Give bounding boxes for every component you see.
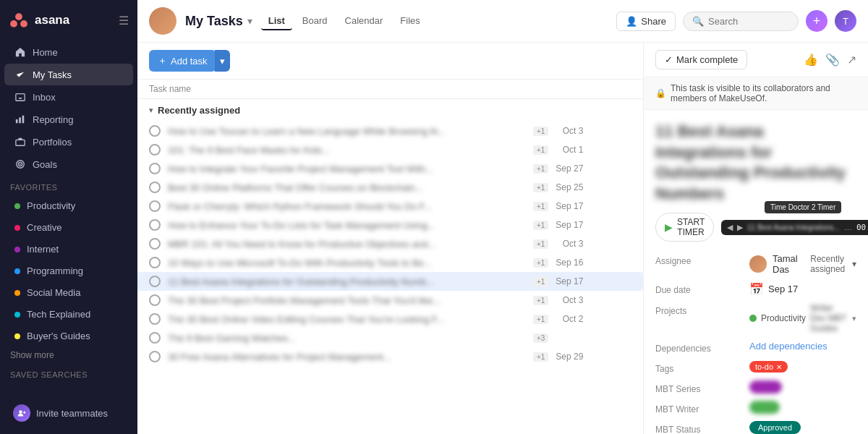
table-row[interactable]: MBR 101: All You Need to Know for Produc… bbox=[137, 234, 643, 253]
tab-files[interactable]: Files bbox=[393, 12, 427, 30]
tag-remove-button[interactable]: ✕ bbox=[776, 363, 782, 371]
visibility-text: This task is visible to its collaborator… bbox=[671, 83, 856, 103]
task-date-0: Oct 3 bbox=[554, 126, 583, 136]
sidebar-item-label-my-tasks: My Tasks bbox=[33, 69, 72, 80]
title-chevron-icon[interactable]: ▾ bbox=[247, 15, 252, 27]
table-row-selected[interactable]: 11 Best Asana Integrations for Outstandi… bbox=[137, 272, 643, 291]
task-tag-11: +3 bbox=[533, 333, 548, 343]
table-row[interactable]: The 9 Best Gaming Watches... +3 bbox=[137, 328, 643, 347]
sidebar-item-reporting[interactable]: Reporting bbox=[4, 109, 133, 130]
attachment-icon[interactable]: 📎 bbox=[825, 53, 840, 67]
programming-dot bbox=[14, 268, 20, 274]
add-dependencies-link[interactable]: Add dependencies bbox=[749, 341, 827, 352]
mark-complete-button[interactable]: ✓ Mark complete bbox=[655, 50, 747, 69]
tab-calendar[interactable]: Calendar bbox=[338, 12, 391, 30]
thumbs-up-icon[interactable]: 👍 bbox=[804, 53, 818, 67]
recently-assigned-section[interactable]: ▾ Recently assigned bbox=[137, 99, 643, 122]
invite-label: Invite teammates bbox=[36, 408, 108, 419]
task-date-4: Sep 17 bbox=[554, 201, 583, 211]
table-row[interactable]: Flask or Cherryly: Which Python Framewor… bbox=[137, 197, 643, 216]
mbt-writer-label: MBT Writer bbox=[655, 401, 742, 414]
add-task-dropdown-button[interactable]: ▾ bbox=[215, 50, 230, 72]
share-detail-icon[interactable]: ↗ bbox=[847, 53, 856, 67]
sidebar-item-social-media[interactable]: Social Media bbox=[4, 282, 133, 303]
share-button[interactable]: 👤 Share bbox=[616, 12, 676, 31]
table-row[interactable]: 101: The 9 Best Face Masks for Kids... +… bbox=[137, 140, 643, 159]
table-row[interactable]: The 30 Best Project Portfolio Management… bbox=[137, 291, 643, 310]
add-task-button[interactable]: ＋ Add task bbox=[149, 50, 216, 72]
show-more-link[interactable]: Show more bbox=[0, 347, 137, 363]
project-dropdown-icon[interactable]: ▾ bbox=[852, 314, 856, 323]
task-date-8: Sep 17 bbox=[554, 276, 583, 286]
detail-content: 11 Best Asana Integrations for Outstandi… bbox=[644, 110, 868, 434]
sidebar-item-label-home: Home bbox=[33, 47, 58, 58]
social-media-dot bbox=[14, 290, 20, 296]
timer-prev-icon[interactable]: ◀ bbox=[727, 223, 733, 232]
sidebar-collapse-button[interactable]: ☰ bbox=[119, 14, 129, 27]
sidebar-item-creative[interactable]: Creative bbox=[4, 217, 133, 238]
sidebar-item-goals[interactable]: Goals bbox=[4, 153, 133, 175]
search-input[interactable] bbox=[708, 16, 789, 27]
task-name-7: 10 Ways to Use Microsoft To-Do With Prod… bbox=[168, 258, 529, 268]
table-row[interactable]: How to Enhance Your To-Do Lists for Task… bbox=[137, 216, 643, 234]
visibility-note: 🔒 This task is visible to its collaborat… bbox=[644, 77, 868, 110]
tasks-scroll-area[interactable]: ▾ Recently assigned How to Use Toucan to… bbox=[137, 99, 643, 434]
table-row[interactable]: How to Integrate Your Favorite Project M… bbox=[137, 159, 643, 178]
task-list-panel: ＋ Add task ▾ Task name ▾ Recently assign… bbox=[137, 43, 644, 434]
due-date-field-row: Due date 📅 Sep 17 bbox=[655, 282, 856, 296]
task-check-12[interactable] bbox=[149, 351, 161, 362]
search-box[interactable]: 🔍 bbox=[683, 12, 799, 31]
table-row[interactable]: 10 Ways to Use Microsoft To-Do With Prod… bbox=[137, 253, 643, 272]
table-row[interactable]: The 30 Best Online Video Editing Courses… bbox=[137, 310, 643, 328]
tab-list[interactable]: List bbox=[261, 12, 292, 30]
task-check-7[interactable] bbox=[149, 257, 161, 268]
sidebar-item-buyers-guides[interactable]: Buyer's Guides bbox=[4, 326, 133, 346]
assignee-section-dropdown[interactable]: Recently assigned ▾ bbox=[810, 254, 856, 274]
task-check-1[interactable] bbox=[149, 144, 161, 156]
sidebar-item-inbox[interactable]: Inbox bbox=[4, 86, 133, 108]
svg-rect-5 bbox=[19, 117, 21, 123]
task-tag-1: +1 bbox=[533, 145, 548, 155]
tab-board[interactable]: Board bbox=[295, 12, 335, 30]
task-date-3: Sep 25 bbox=[554, 182, 583, 192]
page-header: My Tasks ▾ List Board Calendar Files 👤 S… bbox=[137, 0, 868, 43]
sidebar-item-portfolios[interactable]: Portfolios bbox=[4, 131, 133, 153]
mbt-series-label: MBT Series bbox=[655, 381, 742, 394]
task-check-3[interactable] bbox=[149, 182, 161, 193]
timer-next-icon[interactable]: ▶ bbox=[737, 223, 743, 232]
task-name-8: 11 Best Asana Integrations for Outstandi… bbox=[168, 276, 529, 287]
sidebar-item-home[interactable]: Home bbox=[4, 41, 133, 63]
sidebar-item-my-tasks[interactable]: My Tasks bbox=[4, 64, 133, 85]
task-check-9[interactable] bbox=[149, 294, 161, 306]
dependencies-value: Add dependencies bbox=[749, 341, 856, 352]
task-check-11[interactable] bbox=[149, 332, 161, 344]
sidebar-item-productivity[interactable]: Productivity bbox=[4, 195, 133, 216]
due-date-value[interactable]: 📅 Sep 17 bbox=[749, 282, 856, 296]
sidebar-item-programming[interactable]: Programming bbox=[4, 260, 133, 281]
task-check-4[interactable] bbox=[149, 200, 161, 212]
task-check-0[interactable] bbox=[149, 125, 161, 137]
task-check-8[interactable] bbox=[149, 276, 161, 287]
table-row[interactable]: How to Use Toucan to Learn a New Languag… bbox=[137, 122, 643, 140]
task-check-5[interactable] bbox=[149, 219, 161, 231]
mbt-writer-chip bbox=[749, 401, 780, 414]
task-date-12: Sep 29 bbox=[554, 352, 583, 362]
mbt-status-chip: Approved bbox=[749, 421, 801, 434]
detail-toolbar: ✓ Mark complete 👍 📎 ↗ bbox=[644, 43, 868, 77]
start-timer-button[interactable]: ▶ START TIMER bbox=[655, 213, 714, 242]
timer-widget[interactable]: ◀ ▶ 11 Best Asana Integrations... … 00:0… bbox=[721, 220, 868, 235]
task-check-10[interactable] bbox=[149, 313, 161, 325]
invite-teammates-button[interactable]: Invite teammates bbox=[6, 399, 132, 427]
task-name-6: MBR 101: All You Need to Know for Produc… bbox=[168, 239, 529, 250]
sidebar-item-tech-explained[interactable]: Tech Explained bbox=[4, 304, 133, 325]
task-tag-10: +1 bbox=[533, 315, 548, 324]
user-profile-button[interactable]: T bbox=[835, 10, 856, 32]
task-check-6[interactable] bbox=[149, 238, 161, 250]
svg-point-1 bbox=[10, 20, 17, 27]
task-check-2[interactable] bbox=[149, 163, 161, 174]
add-task-button[interactable]: + bbox=[806, 10, 827, 32]
svg-point-10 bbox=[20, 163, 21, 165]
table-row[interactable]: 30 Free Asana Alternatives for Project M… bbox=[137, 347, 643, 366]
table-row[interactable]: Best 30 Online Platforms That Offer Cour… bbox=[137, 178, 643, 197]
sidebar-item-internet[interactable]: Internet bbox=[4, 239, 133, 260]
